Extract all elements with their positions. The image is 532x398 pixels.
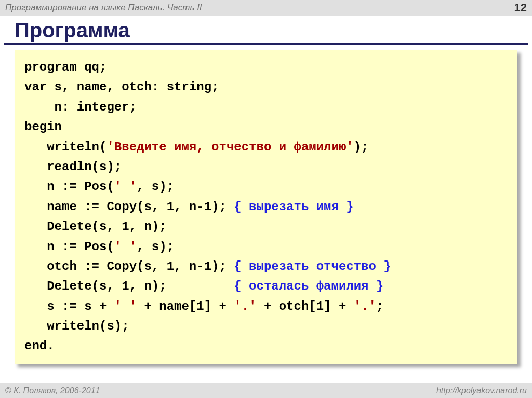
code-block: program qq; var s, name, otch: string; n… — [15, 50, 517, 364]
code-line-15: end. — [24, 339, 55, 353]
code-line-8a: name := Copy(s, 1, n-1); — [24, 200, 234, 214]
code-line-7a: n := Pos( — [24, 180, 114, 194]
code-line-13-s2: '.' — [234, 299, 256, 313]
code-line-5a: writeln( — [24, 140, 107, 154]
code-line-12a: Delete(s, 1, n); — [24, 279, 234, 293]
slide: Программирование на языке Паскаль. Часть… — [0, 0, 532, 398]
copyright-icon: © — [5, 386, 11, 395]
footer-bar: © К. Поляков, 2006-2011 http://kpolyakov… — [0, 383, 532, 398]
code-line-10-string: ' ' — [114, 240, 137, 254]
code-line-13d: ; — [376, 299, 383, 313]
header-title: Программирование на языке Паскаль. Часть… — [5, 3, 202, 13]
code-line-10b: , s); — [137, 240, 174, 254]
code-line-11-comment: { вырезать отчество } — [234, 259, 391, 273]
code-line-13c: + otch[1] + — [257, 299, 354, 313]
code-line-4: begin — [24, 120, 62, 134]
footer-copyright: © К. Поляков, 2006-2011 — [5, 386, 100, 395]
code-line-1: program qq; — [24, 60, 107, 74]
code-line-5b: ); — [354, 140, 369, 154]
footer-copyright-text: К. Поляков, 2006-2011 — [11, 386, 100, 395]
code-line-13-s1: ' ' — [114, 299, 137, 313]
code-line-2: var s, name, otch: string; — [24, 80, 219, 94]
code-line-5-string: 'Введите имя, отчество и фамилию' — [107, 140, 353, 154]
heading-rule — [4, 43, 528, 45]
header-bar: Программирование на языке Паскаль. Часть… — [0, 0, 532, 16]
code-line-9: Delete(s, 1, n); — [24, 219, 167, 234]
code-line-13-s3: '.' — [354, 299, 376, 313]
code-line-7b: , s); — [137, 180, 174, 194]
code-line-8-comment: { вырезать имя } — [234, 200, 353, 214]
code-line-13a: s := s + — [24, 299, 114, 313]
code-line-6: readln(s); — [24, 160, 122, 174]
code-line-11a: otch := Copy(s, 1, n-1); — [24, 259, 234, 273]
code-line-12-comment: { осталась фамилия } — [234, 279, 383, 293]
footer-url: http://kpolyakov.narod.ru — [436, 386, 527, 395]
code-wrapper: program qq; var s, name, otch: string; n… — [15, 50, 517, 364]
code-line-10a: n := Pos( — [24, 240, 114, 254]
code-line-7-string: ' ' — [114, 180, 137, 194]
page-number: 12 — [514, 1, 527, 15]
code-line-14: writeln(s); — [24, 319, 129, 333]
slide-heading: Программа — [15, 19, 532, 42]
code-line-13b: + name[1] + — [137, 299, 234, 313]
code-line-3: n: integer; — [24, 100, 137, 114]
